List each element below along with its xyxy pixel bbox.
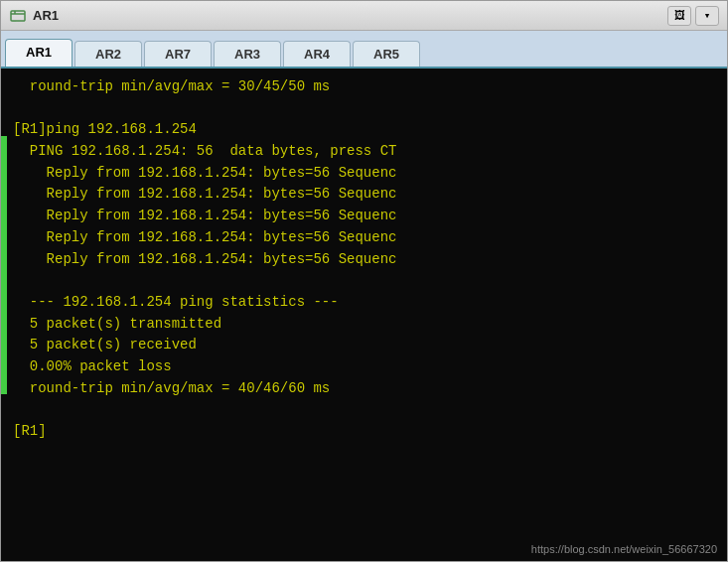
terminal-line: Reply from 192.168.1.254: bytes=56 Seque… (13, 184, 715, 206)
terminal-line: PING 192.168.1.254: 56 data bytes, press… (13, 141, 715, 163)
tab-ar2[interactable]: AR2 (74, 41, 142, 67)
dropdown-icon: ▾ (704, 9, 711, 22)
terminal-line: round-trip min/avg/max = 30/45/50 ms (13, 76, 715, 98)
tab-ar4[interactable]: AR4 (283, 41, 351, 67)
terminal-line: 0.00% packet loss (13, 356, 715, 378)
main-window: _ AR1 🖼 ▾ AR1 AR2 AR7 AR3 AR4 AR5 round-… (0, 0, 728, 562)
terminal-line: Reply from 192.168.1.254: bytes=56 Seque… (13, 206, 715, 227)
title-bar-left: _ AR1 (9, 7, 59, 25)
window-title: AR1 (33, 8, 59, 23)
tab-ar3[interactable]: AR3 (214, 41, 281, 67)
watermark: https://blog.csdn.net/weixin_56667320 (531, 543, 717, 555)
tab-ar5[interactable]: AR5 (353, 41, 420, 67)
terminal-line: 5 packet(s) transmitted (13, 314, 715, 336)
terminal-line: Reply from 192.168.1.254: bytes=56 Seque… (13, 249, 715, 271)
terminal-line: Reply from 192.168.1.254: bytes=56 Seque… (13, 163, 715, 185)
terminal-line (13, 399, 715, 421)
terminal-line: Reply from 192.168.1.254: bytes=56 Seque… (13, 227, 715, 249)
terminal-area[interactable]: round-trip min/avg/max = 30/45/50 ms [R1… (1, 69, 727, 561)
terminal-prompt: [R1] (13, 421, 715, 443)
terminal-line: round-trip min/avg/max = 40/46/60 ms (13, 378, 715, 400)
screenshot-icon: 🖼 (674, 9, 685, 22)
tab-ar7[interactable]: AR7 (144, 41, 212, 67)
terminal-line (13, 270, 715, 292)
screenshot-button[interactable]: 🖼 (667, 6, 691, 26)
dropdown-button[interactable]: ▾ (695, 6, 719, 26)
terminal-line: 5 packet(s) received (13, 335, 715, 356)
status-bar (1, 136, 7, 394)
tab-ar1[interactable]: AR1 (5, 39, 73, 67)
title-bar-controls: 🖼 ▾ (667, 6, 719, 26)
terminal-line (13, 98, 715, 120)
window-icon: _ (9, 7, 27, 25)
terminal-line: --- 192.168.1.254 ping statistics --- (13, 292, 715, 314)
title-bar: _ AR1 🖼 ▾ (1, 1, 727, 31)
terminal-line: [R1]ping 192.168.1.254 (13, 119, 715, 141)
tab-bar: AR1 AR2 AR7 AR3 AR4 AR5 (1, 31, 727, 69)
